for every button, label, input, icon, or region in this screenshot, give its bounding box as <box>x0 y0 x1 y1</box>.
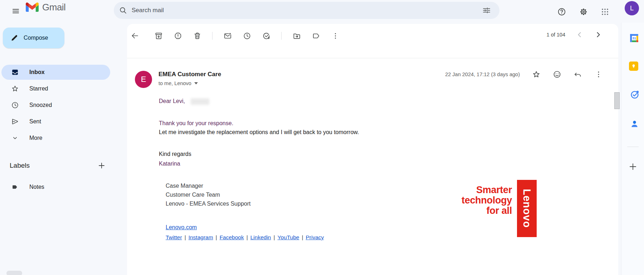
more-options-button[interactable] <box>331 31 340 40</box>
add-task-icon <box>262 32 270 40</box>
lenovo-tagline: Smarter technology for all <box>462 185 512 216</box>
archive-icon <box>155 32 163 40</box>
snooze-button[interactable] <box>243 31 251 40</box>
link-separator: | <box>247 233 248 242</box>
google-apps-button[interactable] <box>598 5 612 19</box>
contacts-button[interactable] <box>629 118 640 129</box>
sidebar-item-starred[interactable]: Starred <box>1 81 110 96</box>
move-to-folder-icon <box>293 32 301 40</box>
archive-button[interactable] <box>154 31 163 40</box>
sender-avatar[interactable]: E <box>135 71 152 88</box>
search-icon[interactable] <box>119 6 127 15</box>
body-line: Let me investigate the replacement optio… <box>159 128 359 137</box>
link-separator: | <box>216 233 217 242</box>
youtube-link[interactable]: YouTube <box>278 233 299 242</box>
main-menu-button[interactable] <box>8 3 24 19</box>
sidebar-label-notes[interactable]: Notes <box>1 180 110 194</box>
sidebar-item-sent[interactable]: Sent <box>1 114 110 129</box>
emoji-reaction-button[interactable] <box>553 70 561 79</box>
signature-name: Katarina <box>159 159 359 168</box>
compose-button[interactable]: Compose <box>3 28 64 48</box>
mark-unread-button[interactable] <box>223 31 232 40</box>
chevron-right-icon <box>594 30 602 39</box>
link-separator: | <box>302 233 303 242</box>
message-toolbar <box>131 31 340 40</box>
closing-line: Kind regards <box>159 149 359 158</box>
email-body: Dear Levi, Thank you for your response. … <box>159 97 359 242</box>
more-vertical-icon <box>594 70 603 79</box>
twitter-link[interactable]: Twitter <box>166 233 182 242</box>
message-pane: 1 of 104 E EMEA Customer Care to me, Len… <box>127 24 618 275</box>
labels-button[interactable] <box>312 31 320 40</box>
sidebar-item-label: Snoozed <box>29 102 52 108</box>
tasks-button[interactable] <box>629 89 640 100</box>
profile-avatar[interactable]: L <box>625 1 639 15</box>
gmail-wordmark: Gmail <box>42 2 65 13</box>
search-options-icon[interactable] <box>482 6 491 15</box>
contacts-person-icon <box>630 119 639 129</box>
message-more-button[interactable] <box>594 70 603 79</box>
back-arrow-icon <box>131 31 139 40</box>
social-links: Twitter| Instagram| Facebook| Linkedin| … <box>166 233 359 242</box>
side-panel-rail: 31 <box>621 23 644 275</box>
move-to-button[interactable] <box>292 31 301 40</box>
calendar-button[interactable]: 31 <box>629 33 639 43</box>
sidebar-item-snoozed[interactable]: Snoozed <box>1 98 110 113</box>
recipients-caret-icon <box>194 82 198 84</box>
lenovo-wordmark: Lenovo <box>521 189 533 228</box>
gmail-logo[interactable]: Gmail <box>26 2 65 13</box>
snooze-clock-icon <box>243 32 251 40</box>
back-button[interactable] <box>131 31 139 40</box>
sidebar-item-label: Starred <box>29 85 48 92</box>
scrollbar-thumb[interactable] <box>614 92 620 109</box>
send-icon <box>11 118 19 126</box>
lenovo-website-link[interactable]: Lenovo.com <box>166 223 197 232</box>
keep-button[interactable] <box>628 61 639 72</box>
sender-name: EMEA Customer Care <box>158 71 221 78</box>
older-button[interactable] <box>594 30 602 39</box>
sidebar-item-inbox[interactable]: Inbox <box>1 65 110 80</box>
settings-button[interactable] <box>576 5 591 19</box>
star-button[interactable] <box>532 70 541 79</box>
tasks-icon <box>630 90 640 100</box>
sidebar-item-label: Inbox <box>29 69 45 75</box>
bottom-left-cutoff-element <box>6 271 22 275</box>
sidebar-item-more[interactable]: More <box>1 131 110 146</box>
chevron-left-icon <box>575 30 584 39</box>
reply-icon <box>574 70 582 79</box>
help-button[interactable] <box>555 5 569 19</box>
more-vertical-icon <box>331 32 340 40</box>
search-input[interactable] <box>132 7 499 14</box>
redacted-text <box>191 98 209 105</box>
lenovo-logo: Smarter technology for all Lenovo <box>462 180 537 237</box>
trash-icon <box>193 32 201 40</box>
facebook-link[interactable]: Facebook <box>220 233 244 242</box>
calendar-icon: 31 <box>629 33 639 43</box>
sidebar-item-label: More <box>29 135 42 141</box>
signature-line: Lenovo - EMEA Services Support <box>166 199 359 208</box>
sidebar: Compose Inbox Starred Snoozed Sent <box>0 23 112 275</box>
tagline-line: for all <box>462 206 512 216</box>
delete-button[interactable] <box>193 31 201 40</box>
get-add-ons-button[interactable] <box>628 161 638 172</box>
recipients-toggle[interactable]: to me, Lenovo <box>158 80 221 86</box>
add-to-tasks-button[interactable] <box>262 31 270 40</box>
search-bar[interactable] <box>114 2 499 19</box>
privacy-link[interactable]: Privacy <box>306 233 324 242</box>
sidebar-nav: Inbox Starred Snoozed Sent More <box>1 65 110 146</box>
apps-grid-icon <box>601 8 609 16</box>
labels-header: Labels <box>10 162 30 170</box>
label-tag-icon <box>11 183 19 191</box>
create-label-button[interactable] <box>97 161 106 170</box>
reply-button[interactable] <box>574 70 582 79</box>
greeting: Dear Levi, <box>159 98 185 104</box>
tagline-line: technology <box>462 195 512 206</box>
linkedin-link[interactable]: Linkedin <box>250 233 271 242</box>
newer-button[interactable] <box>575 30 584 39</box>
instagram-link[interactable]: Instagram <box>189 233 213 242</box>
pagination-count: 1 of 104 <box>547 32 565 38</box>
tagline-line: Smarter <box>462 185 512 195</box>
link-separator: | <box>185 233 186 242</box>
report-spam-button[interactable] <box>174 31 182 40</box>
signature-line: Case Manager <box>166 181 359 190</box>
